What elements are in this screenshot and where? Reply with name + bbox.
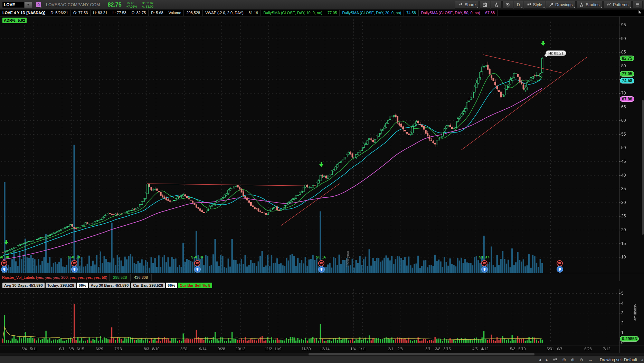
conference-call-icon[interactable]: ☎	[71, 260, 77, 266]
zoom-out-icon[interactable]: ⊖	[579, 357, 583, 362]
date-axis-label: 2/8	[397, 347, 402, 351]
price-axis-tick: 25	[621, 214, 626, 218]
status-bar-icons: ◂▸⊕⊕⊖→	[536, 357, 595, 362]
chart-menu-button[interactable]	[632, 1, 643, 9]
eps-label: $-0.58	[68, 255, 80, 259]
date-axis-label: 9/14	[199, 347, 206, 351]
date-axis-label: 3/15	[443, 347, 451, 351]
date-axis-label: 6/15	[77, 347, 84, 351]
price-axis-tick: 65	[621, 105, 626, 109]
price-axis-tick: 10	[621, 255, 626, 259]
earnings-bulb-icon[interactable]	[1, 266, 8, 273]
symbol-input[interactable]	[2, 2, 24, 8]
chart-settings-button[interactable]	[502, 1, 513, 9]
volume-stat-chip: Avg 30 Days: 453,590	[2, 283, 45, 288]
volume-axis-unit-label: <millions>	[633, 304, 637, 321]
date-axis-label: 3/1	[425, 347, 430, 351]
button-label: Style	[533, 2, 542, 7]
button-label: D	[517, 2, 520, 7]
trading-platform-window: 9 LOVESAC COMPANY COM 82.75 +5.46 +7.06%…	[0, 0, 644, 363]
button-label: Drawings	[555, 2, 572, 7]
style-button[interactable]: Style	[524, 1, 546, 9]
patterns-icon	[606, 2, 611, 7]
studies-button[interactable]: Studies	[576, 1, 603, 9]
price-bubble: 74.58	[620, 78, 634, 84]
eps-label: $-0.08	[191, 255, 203, 259]
scroll-left-icon[interactable]: ◂	[539, 357, 541, 362]
horizontal-scrollbar[interactable]	[0, 353, 644, 356]
date-axis-label: 3/8	[435, 347, 440, 351]
gear-icon	[505, 2, 510, 7]
eps-label: $1.37	[479, 255, 490, 259]
bid-value: B: 82.87	[142, 1, 153, 5]
date-axis-label: 6/7	[557, 347, 562, 351]
vwap-study-label[interactable]: VWAP (-2.0, 2.0, DAY)	[203, 10, 246, 16]
auto-fit-candles-icon[interactable]	[553, 357, 557, 362]
date-axis-label: 6/29	[96, 347, 103, 351]
conference-call-icon[interactable]: ☎	[1, 260, 7, 266]
price-chart-canvas[interactable]	[0, 16, 644, 354]
date-axis-label: 4/12	[481, 347, 488, 351]
date-axis-label: 6/1	[59, 347, 64, 351]
high-value: H: 83.21	[91, 10, 110, 16]
price-axis-tick: 45	[621, 159, 626, 164]
candles-icon	[527, 2, 531, 7]
drawings-button[interactable]: Drawings	[546, 1, 576, 9]
price-axis-scrollbar[interactable]	[642, 100, 644, 235]
cursor-tool-icon[interactable]	[638, 10, 642, 16]
go-to-latest-icon[interactable]: →	[588, 357, 593, 362]
date-axis-label: 5/3	[510, 347, 515, 351]
drawing-set-label[interactable]: Drawing set: Default	[600, 357, 637, 362]
conference-call-icon[interactable]: ☎	[557, 260, 563, 266]
conference-call-icon[interactable]: ☎	[481, 260, 487, 266]
flask-icon	[494, 2, 499, 7]
symbol-dropdown-button[interactable]	[24, 1, 32, 8]
zoom-in-icon[interactable]: ⊕	[571, 357, 575, 362]
ripster-study-label[interactable]: Ripster_Vol_Labels (yes, yes, yes, 200, …	[0, 274, 110, 282]
sma20-study-label[interactable]: DailySMA (CLOSE, DAY, 20, 0, no)	[340, 10, 404, 16]
patterns-button[interactable]: Patterns	[603, 1, 632, 9]
price-change: +5.46 +7.06%	[126, 1, 137, 8]
sma20-value: 74.58	[404, 10, 419, 16]
sma50-study-label[interactable]: DailySMA (CLOSE, DAY, 50, 0, no)	[419, 10, 483, 16]
conference-call-icon[interactable]: ☎	[318, 260, 324, 266]
earnings-bulb-icon[interactable]	[481, 266, 488, 273]
price-axis-tick: 30	[621, 200, 626, 205]
sma10-study-label[interactable]: DailySMA (CLOSE, DAY, 10, 0, no)	[261, 10, 325, 16]
volume-stat-chip: 66%	[166, 283, 177, 288]
last-price: 82.75	[108, 2, 122, 8]
timeframe-button[interactable]: D	[514, 1, 523, 9]
sma50-value: 67.88	[483, 10, 498, 16]
quick-study-button[interactable]	[491, 1, 502, 9]
link-group-badge[interactable]: 9	[36, 2, 41, 7]
volume-axis-tick: 5	[621, 291, 624, 296]
date-axis-label: 1/4	[350, 347, 356, 351]
toolbar-buttons: ShareDStyleDrawingsStudiesPatterns	[454, 1, 643, 9]
price-axis-tick: 90	[621, 36, 626, 41]
calendar-notes-button[interactable]	[480, 1, 490, 9]
volume-stat-chip: Cur Bar: 298,528	[131, 283, 165, 288]
date-axis-label: 5/4	[21, 347, 27, 351]
earnings-bulb-icon[interactable]	[557, 266, 563, 273]
scrollbar-thumb[interactable]	[309, 353, 534, 355]
eps-label: $0.16	[316, 255, 326, 259]
earnings-bulb-icon[interactable]	[71, 266, 78, 273]
resize-grip-icon[interactable]: ◢	[641, 358, 643, 362]
reset-view-icon[interactable]: ⊕	[562, 357, 566, 362]
conference-call-icon[interactable]: ☎	[194, 260, 200, 266]
bid-ask: B: 82.87 A: 83.00	[142, 1, 153, 8]
status-bar: ◂▸⊕⊕⊖→ Drawing set: Default ◢	[0, 356, 644, 363]
date-axis-label: 5/11	[30, 347, 37, 351]
date-axis-label: 9/28	[218, 347, 225, 351]
top-toolbar: 9 LOVESAC COMPANY COM 82.75 +5.46 +7.06%…	[0, 0, 644, 10]
scroll-right-icon[interactable]: ▸	[546, 357, 548, 362]
earnings-bulb-icon[interactable]	[194, 266, 201, 273]
sma10-value: 77.05	[325, 10, 340, 16]
range-value: R: 5.68	[149, 10, 166, 16]
earnings-bulb-icon[interactable]	[318, 266, 325, 273]
high-price-tooltip: Hi: 83.21	[546, 50, 566, 56]
date-axis-label: 12/14	[320, 347, 330, 351]
ripster-vol-study-row: Ripster_Vol_Labels (yes, yes, yes, 200, …	[0, 273, 619, 282]
date-axis-label: 8/10	[152, 347, 159, 351]
share-button[interactable]: Share	[455, 1, 479, 9]
